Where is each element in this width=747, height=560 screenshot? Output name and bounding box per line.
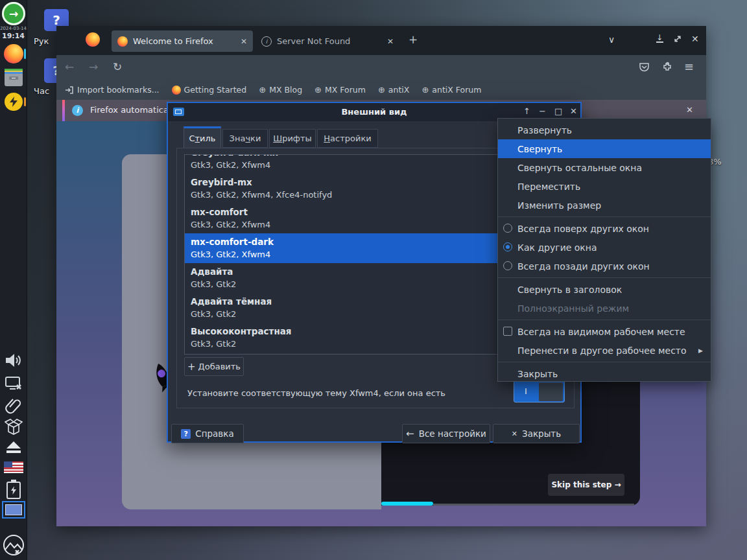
xfwm-theme-label: Установите соответствующую тему Xfwm4, е… bbox=[187, 388, 445, 398]
tab-welcome-to-firefox[interactable]: Welcome to Firefox ✕ bbox=[112, 30, 253, 52]
theme-item-mx-comfort-dark-selected[interactable]: mx-comfort-dark Gtk3, Gtk2, Xfwm4 bbox=[185, 233, 497, 263]
globe-icon: ⊕ bbox=[259, 85, 266, 95]
bookmark-mx-blog[interactable]: ⊕ MX Blog bbox=[259, 85, 302, 95]
help-button[interactable]: ? Справка bbox=[171, 424, 244, 443]
menu-item-normal-stacking[interactable]: Как другие окна bbox=[498, 238, 711, 257]
desktop: ? Рук ? Час 8% Welcome to Firefox ✕ i Se… bbox=[0, 0, 747, 560]
forward-button[interactable]: → bbox=[89, 60, 98, 73]
bookmarks-toolbar: Import bookmarks... Getting Started ⊕ MX… bbox=[56, 80, 706, 100]
menu-item-move-to-workspace[interactable]: Перенести в другое рабочее место▶ bbox=[498, 341, 711, 360]
all-settings-button[interactable]: ← Все настройки bbox=[402, 424, 490, 443]
menu-item-move[interactable]: Переместить bbox=[498, 177, 711, 196]
theme-item-mx-comfort[interactable]: mx-comfort Gtk3, Gtk2, Xfwm4 bbox=[185, 204, 497, 233]
menu-separator bbox=[498, 362, 711, 362]
side-panel: → 2024-03-14 19:14 bbox=[0, 0, 27, 560]
info-favicon-icon: i bbox=[261, 36, 272, 47]
import-icon bbox=[65, 86, 74, 95]
reload-button[interactable]: ↻ bbox=[113, 60, 122, 73]
xfwm-theme-toggle[interactable]: I bbox=[514, 380, 565, 402]
menu-separator bbox=[498, 320, 711, 320]
notification-close-icon[interactable]: ✕ bbox=[686, 105, 693, 115]
window-context-menu: Развернуть Свернуть Свернуть остальные о… bbox=[497, 118, 711, 382]
tab-icons[interactable]: Значки bbox=[222, 129, 268, 148]
globe-icon: ⊕ bbox=[378, 85, 385, 95]
theme-item-greybird-dark-mx[interactable]: Greybird-dark-mx Gtk3, Gtk2, Xfwm4 bbox=[185, 154, 497, 174]
desktop-icon-faq-label: Час bbox=[34, 86, 49, 96]
desktop-icon-manual-label: Рук bbox=[34, 36, 49, 46]
toggle-knob bbox=[539, 382, 563, 401]
theme-item-adwaita[interactable]: Адвайта Gtk3, Gtk2 bbox=[185, 263, 497, 293]
menu-separator bbox=[498, 277, 711, 278]
window-maximize-button[interactable] bbox=[673, 34, 682, 43]
pocket-icon[interactable] bbox=[639, 62, 650, 73]
extensions-puzzle-icon[interactable] bbox=[662, 62, 673, 73]
progress-bar-filled bbox=[381, 502, 433, 506]
bolt-launcher-icon[interactable] bbox=[5, 93, 23, 111]
add-theme-button[interactable]: + Добавить bbox=[184, 357, 244, 376]
close-dialog-button[interactable]: ✕ Закрыть bbox=[493, 424, 580, 443]
workspace-switcher[interactable] bbox=[2, 501, 25, 519]
menu-item-close[interactable]: Закрыть bbox=[498, 364, 711, 383]
bolt-running-indicator bbox=[24, 97, 26, 106]
archive-launcher-icon[interactable] bbox=[5, 69, 23, 86]
globe-icon: ⊕ bbox=[314, 85, 322, 95]
close-window-button[interactable]: ✕ bbox=[570, 106, 577, 116]
menu-item-always-on-visible-workspace[interactable]: Всегда на видимом рабочем месте bbox=[498, 322, 711, 341]
wallpaper-image-icon[interactable] bbox=[3, 534, 25, 556]
list-tabs-chevron-icon[interactable]: ∨ bbox=[608, 34, 615, 45]
navigation-toolbar: ← → ↻ Search or enter address ☆ ≡ bbox=[56, 55, 706, 80]
bookmark-getting-started[interactable]: Getting Started bbox=[172, 85, 247, 95]
theme-list[interactable]: Greybird-dark-mx Gtk3, Gtk2, Xfwm4 Greyb… bbox=[184, 154, 498, 355]
battery-icon[interactable] bbox=[6, 480, 21, 498]
panel-clock[interactable]: 19:14 bbox=[0, 32, 27, 40]
active-workspace[interactable] bbox=[5, 504, 22, 515]
tab-settings[interactable]: Настройки bbox=[317, 129, 378, 148]
menu-item-maximize[interactable]: Развернуть bbox=[498, 121, 711, 139]
firefox-launcher-icon[interactable] bbox=[4, 44, 23, 64]
tab-title: Server Not Found bbox=[277, 36, 350, 46]
tab-close-icon[interactable]: ✕ bbox=[241, 37, 247, 46]
panel-date: 2024-03-14 bbox=[0, 26, 27, 31]
bookmark-import[interactable]: Import bookmarks... bbox=[65, 85, 160, 95]
progress-bar-track bbox=[433, 504, 634, 506]
menu-item-minimize[interactable]: Свернуть bbox=[498, 139, 711, 158]
volume-icon[interactable] bbox=[4, 353, 23, 368]
skip-step-button[interactable]: Skip this step → bbox=[548, 474, 624, 496]
radio-icon bbox=[503, 261, 512, 270]
tab-title: Welcome to Firefox bbox=[133, 36, 213, 46]
submenu-arrow-icon: ▶ bbox=[698, 347, 703, 354]
tab-close-icon[interactable]: ✕ bbox=[387, 37, 394, 46]
menu-item-always-below[interactable]: Всегда позади других окон bbox=[498, 257, 711, 275]
theme-item-high-contrast[interactable]: Высококонтрастная Gtk3, Gtk2 bbox=[185, 323, 497, 353]
tab-bar: Welcome to Firefox ✕ i Server Not Found … bbox=[56, 26, 706, 55]
maximize-window-button[interactable]: □ bbox=[554, 106, 562, 116]
bookmark-antix[interactable]: ⊕ antiX bbox=[378, 85, 409, 95]
network-disconnected-icon[interactable] bbox=[4, 375, 23, 391]
menu-item-resize[interactable]: Изменить размер bbox=[498, 196, 711, 215]
package-box-icon[interactable] bbox=[5, 418, 23, 436]
minimize-window-button[interactable]: − bbox=[539, 106, 546, 116]
eject-icon[interactable] bbox=[6, 441, 21, 454]
theme-item-greybird-mx[interactable]: Greybird-mx Gtk3, Gtk2, Xfwm4, Xfce4-not… bbox=[185, 174, 497, 204]
tab-fonts[interactable]: Шрифты bbox=[269, 129, 316, 148]
hamburger-menu-icon[interactable]: ≡ bbox=[684, 60, 694, 73]
bookmark-antix-forum[interactable]: ⊕ antiX Forum bbox=[421, 85, 481, 95]
paperclip-icon[interactable] bbox=[5, 397, 22, 415]
menu-item-fullscreen-disabled: Полноэкранный режим bbox=[498, 299, 711, 318]
keyboard-layout-us-flag[interactable] bbox=[4, 461, 23, 473]
tab-server-not-found[interactable]: i Server Not Found ✕ bbox=[255, 30, 399, 52]
menu-item-minimize-others[interactable]: Свернуть остальные окна bbox=[498, 158, 711, 177]
firefox-favicon bbox=[172, 86, 181, 95]
tab-style[interactable]: Стиль bbox=[184, 126, 221, 148]
window-minimize-button[interactable]: ↓ bbox=[655, 34, 664, 43]
close-icon: ✕ bbox=[512, 430, 517, 438]
bookmark-mx-forum[interactable]: ⊕ MX Forum bbox=[314, 85, 366, 95]
back-button[interactable]: ← bbox=[65, 60, 74, 73]
menu-item-always-on-top[interactable]: Всегда поверх других окон bbox=[498, 219, 711, 238]
new-tab-button[interactable]: + bbox=[409, 33, 418, 46]
theme-item-adwaita-dark[interactable]: Адвайта тёмная Gtk3, Gtk2 bbox=[185, 293, 497, 323]
menu-item-shade[interactable]: Свернуть в заголовок bbox=[498, 280, 711, 299]
shade-window-button[interactable]: ↑ bbox=[523, 106, 530, 116]
window-close-button[interactable]: ✕ bbox=[691, 34, 699, 44]
antix-logo-icon[interactable]: → bbox=[2, 2, 25, 25]
